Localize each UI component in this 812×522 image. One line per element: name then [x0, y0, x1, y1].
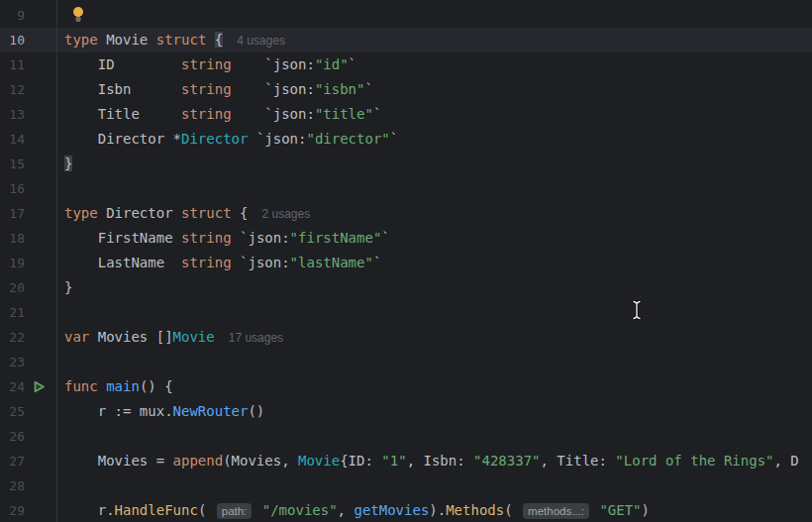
code-token: ` [390, 131, 398, 147]
code-line-11[interactable]: 11 ID string `json:"id"` [0, 52, 812, 77]
line-number[interactable]: 17 [0, 201, 25, 226]
code-text[interactable]: var Movies []Movie17 usages [57, 325, 812, 350]
code-text[interactable]: } [57, 275, 812, 300]
code-text[interactable] [57, 473, 812, 498]
code-text[interactable]: Title string `json:"title"` [57, 102, 812, 127]
code-editor[interactable]: 910type Movie struct {4 usages11 ID stri… [0, 0, 812, 522]
line-number[interactable]: 19 [0, 251, 25, 275]
line-number[interactable]: 9 [0, 3, 25, 28]
gutter: 27 [0, 449, 57, 473]
run-icon[interactable] [33, 380, 46, 393]
code-token: string [181, 106, 232, 122]
code-token: `json: [264, 56, 315, 72]
code-line-29[interactable]: 29 r.HandleFunc( path: "/movies", getMov… [0, 498, 812, 522]
code-line-19[interactable]: 19 LastName string `json:"lastName"` [0, 251, 812, 275]
code-line-24[interactable]: 24func main() { [0, 374, 812, 399]
code-text[interactable]: r.HandleFunc( path: "/movies", getMovies… [57, 498, 812, 522]
gutter: 22 [0, 325, 57, 350]
code-text[interactable]: } [57, 152, 812, 176]
line-number[interactable]: 14 [0, 127, 25, 152]
code-token: struct [181, 205, 240, 221]
line-number[interactable]: 11 [0, 52, 25, 77]
usages-inlay-hint[interactable]: 4 usages [237, 34, 285, 48]
line-number[interactable]: 15 [0, 152, 25, 176]
code-token [232, 56, 265, 72]
line-number[interactable]: 13 [0, 102, 25, 127]
parameter-inlay-hint[interactable]: path: [217, 503, 253, 519]
line-number[interactable]: 24 [0, 374, 25, 399]
code-line-10[interactable]: 10type Movie struct {4 usages [0, 28, 812, 52]
line-number[interactable]: 20 [0, 275, 25, 300]
gutter: 16 [0, 176, 57, 201]
code-text[interactable] [57, 3, 812, 28]
gutter-icon-slot [25, 152, 57, 176]
code-line-22[interactable]: 22var Movies []Movie17 usages [0, 325, 812, 350]
code-line-25[interactable]: 25 r := mux.NewRouter() [0, 399, 812, 424]
line-number[interactable]: 21 [0, 300, 25, 325]
code-line-12[interactable]: 12 Isbn string `json:"isbn"` [0, 77, 812, 102]
gutter-icon-slot [25, 449, 57, 473]
usages-inlay-hint[interactable]: 2 usages [261, 207, 310, 221]
code-line-20[interactable]: 20} [0, 275, 812, 300]
code-token: ( [504, 502, 521, 518]
code-token: `json: [256, 131, 307, 147]
line-number[interactable]: 18 [0, 226, 25, 251]
code-line-16[interactable]: 16 [0, 176, 812, 201]
line-number[interactable]: 26 [0, 424, 25, 449]
code-text[interactable]: func main() { [57, 374, 812, 399]
code-line-13[interactable]: 13 Title string `json:"title"` [0, 102, 812, 127]
code-token: (Movies, [223, 453, 298, 469]
code-token: main [106, 378, 140, 394]
code-text[interactable]: r := mux.NewRouter() [57, 399, 812, 424]
code-line-17[interactable]: 17type Director struct {2 usages [0, 201, 812, 226]
code-text[interactable]: type Movie struct {4 usages [57, 28, 812, 52]
code-line-23[interactable]: 23 [0, 350, 812, 374]
code-text[interactable] [57, 300, 812, 325]
code-token: Movie [298, 453, 340, 469]
line-number[interactable]: 12 [0, 77, 25, 102]
code-text[interactable]: FirstName string `json:"firstName"` [57, 226, 812, 251]
parameter-inlay-hint[interactable]: methods...: [523, 503, 589, 519]
code-text[interactable]: LastName string `json:"lastName"` [57, 251, 812, 275]
code-line-27[interactable]: 27 Movies = append(Movies, Movie{ID: "1"… [0, 449, 812, 473]
code-token: ` [381, 230, 389, 246]
line-number[interactable]: 10 [0, 28, 25, 52]
code-line-26[interactable]: 26 [0, 424, 812, 449]
code-line-14[interactable]: 14 Director *Director `json:"director"` [0, 127, 812, 152]
code-line-9[interactable]: 9 [0, 3, 812, 28]
code-token [248, 131, 255, 147]
code-text[interactable] [57, 424, 812, 449]
code-token: Director [106, 205, 181, 221]
code-text[interactable]: type Director struct {2 usages [57, 201, 812, 226]
code-line-18[interactable]: 18 FirstName string `json:"firstName"` [0, 226, 812, 251]
code-text[interactable] [57, 350, 812, 374]
gutter-icon-slot [25, 127, 57, 152]
gutter: 13 [0, 102, 57, 127]
line-number[interactable]: 27 [0, 449, 25, 473]
code-text[interactable] [57, 176, 812, 201]
code-text[interactable]: ID string `json:"id"` [57, 52, 812, 77]
line-number[interactable]: 29 [0, 498, 25, 522]
code-line-15[interactable]: 15} [0, 152, 812, 176]
code-token: } [64, 156, 72, 171]
code-line-28[interactable]: 28 [0, 473, 812, 498]
line-number[interactable]: 28 [0, 473, 25, 498]
code-token: ` [364, 81, 372, 97]
code-token: FirstName [64, 230, 181, 246]
code-text[interactable]: Movies = append(Movies, Movie{ID: "1", I… [57, 449, 812, 473]
line-number[interactable]: 16 [0, 176, 25, 201]
lightbulb-icon[interactable] [71, 6, 85, 23]
line-number[interactable]: 22 [0, 325, 25, 350]
gutter: 21 [0, 300, 57, 325]
code-text[interactable]: Director *Director `json:"director"` [57, 127, 812, 152]
code-line-21[interactable]: 21 [0, 300, 812, 325]
usages-inlay-hint[interactable]: 17 usages [229, 331, 283, 345]
code-token: var [64, 329, 98, 345]
code-text[interactable]: Isbn string `json:"isbn"` [57, 77, 812, 102]
code-token [232, 230, 240, 246]
code-token: "GET" [599, 502, 641, 518]
line-number[interactable]: 25 [0, 399, 25, 424]
gutter: 9 [0, 3, 57, 28]
gutter: 20 [0, 275, 57, 300]
line-number[interactable]: 23 [0, 350, 25, 374]
